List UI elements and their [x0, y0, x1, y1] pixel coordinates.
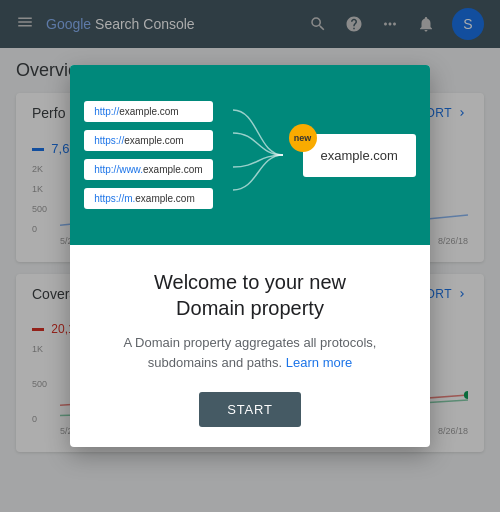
arrows-svg	[233, 95, 283, 215]
source-https: https://example.com	[84, 130, 212, 151]
target-box: example.com	[303, 134, 416, 177]
source-www: http://www.example.com	[84, 159, 212, 180]
domain-diagram: http://example.com https://example.com h…	[70, 75, 430, 235]
modal-body: Welcome to your new Domain property A Do…	[70, 245, 430, 447]
source-mobile: https://m.example.com	[84, 188, 212, 209]
modal-title: Welcome to your new Domain property	[102, 269, 398, 321]
new-badge: new	[289, 124, 317, 152]
modal-description: A Domain property aggregates all protoco…	[102, 333, 398, 372]
domain-property-modal: http://example.com https://example.com h…	[70, 65, 430, 447]
modal-diagram-area: http://example.com https://example.com h…	[70, 65, 430, 245]
learn-more-link[interactable]: Learn more	[286, 355, 352, 370]
source-boxes: http://example.com https://example.com h…	[84, 101, 212, 209]
modal-overlay: http://example.com https://example.com h…	[0, 0, 500, 512]
source-http: http://example.com	[84, 101, 212, 122]
target-domain-box: new example.com	[303, 134, 416, 177]
start-button[interactable]: START	[199, 392, 300, 427]
